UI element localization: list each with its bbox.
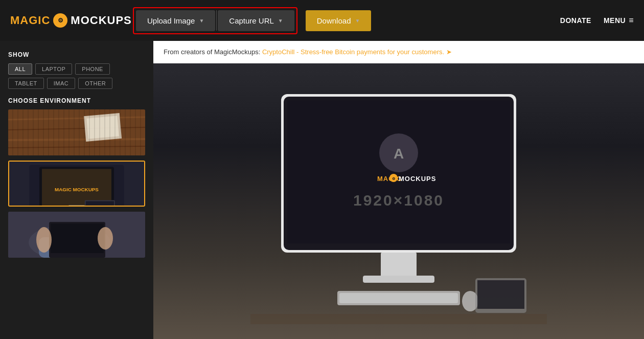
header-nav: DONATE MENU ≡ [560,16,634,25]
upload-image-label: Upload Image [147,16,195,25]
capture-chevron-icon: ▼ [278,18,283,24]
promo-bar: From creators of MagicMockups: CryptoChi… [153,41,644,63]
logo: MAGIC ⚙ MOCKUPS [10,13,133,28]
promo-arrow-icon: ➤ [446,48,452,56]
svg-rect-16 [86,201,114,206]
filter-laptop[interactable]: LAPTOP [35,63,72,75]
imac-mockup: A MAGIC ⚙ MOCKUPS 1920×1080 🍎 [250,79,547,324]
svg-point-23 [98,227,113,250]
env-section-title: CHOOSE ENVIRONMENT [8,97,145,104]
logo-icon: ⚙ [53,13,67,28]
env-imac-thumb[interactable]: MAGIC MOCKUPS [8,161,145,207]
imac-thumb-svg: MAGIC MOCKUPS [9,162,144,206]
filter-imac[interactable]: IMAC [47,78,76,89]
svg-rect-1 [8,109,145,155]
logo-magic-text: MAGIC [10,14,50,27]
env-laptop-thumb[interactable] [8,212,145,258]
promo-link[interactable]: CryptoChill - Stress-free Bitcoin paymen… [262,48,444,56]
download-label: Download [317,16,351,25]
filter-tablet[interactable]: TABLET [8,78,44,89]
imac-svg: A MAGIC ⚙ MOCKUPS 1920×1080 🍎 [250,79,547,324]
menu-button[interactable]: MENU ≡ [604,16,634,25]
capture-url-label: Capture URL [229,16,274,25]
filter-phone[interactable]: PHONE [75,63,110,75]
promo-text: From creators of MagicMockups: [164,48,260,56]
svg-text:MAGIC MOCKUPS: MAGIC MOCKUPS [55,187,99,192]
wood-texture-svg [8,109,145,155]
filter-all[interactable]: ALL [8,63,32,75]
svg-rect-6 [84,113,122,142]
download-button[interactable]: Download ▼ [306,10,372,31]
svg-text:A: A [394,146,404,162]
svg-line-2 [8,117,145,120]
capture-url-button[interactable]: Capture URL ▼ [218,10,294,31]
svg-rect-13 [68,205,85,206]
svg-line-4 [8,139,145,140]
svg-text:⚙: ⚙ [392,177,395,180]
svg-rect-37 [363,276,434,283]
svg-rect-42 [477,280,524,309]
env-wood-thumb[interactable] [8,109,145,155]
mockup-display: A MAGIC ⚙ MOCKUPS 1920×1080 🍎 [153,63,644,339]
action-buttons-group: Upload Image ▼ Capture URL ▼ [133,7,297,34]
svg-line-5 [8,146,145,148]
main-layout: SHOW ALL LAPTOP PHONE TABLET IMAC OTHER … [0,41,644,339]
svg-rect-7 [86,116,119,139]
laptop-thumb-svg [8,212,145,258]
svg-rect-39 [339,293,458,303]
header: MAGIC ⚙ MOCKUPS Upload Image ▼ Capture U… [0,0,644,41]
upload-chevron-icon: ▼ [199,18,204,24]
svg-line-3 [8,127,145,130]
logo-mockups-text: MOCKUPS [71,14,131,27]
show-section-title: SHOW [8,51,145,58]
donate-link[interactable]: DONATE [560,16,591,25]
sidebar: SHOW ALL LAPTOP PHONE TABLET IMAC OTHER … [0,41,153,339]
upload-image-button[interactable]: Upload Image ▼ [136,10,215,31]
svg-text:1920×1080: 1920×1080 [353,192,444,209]
content-area: From creators of MagicMockups: CryptoChi… [153,41,644,339]
svg-rect-21 [51,223,104,253]
filter-buttons-group: ALL LAPTOP PHONE TABLET IMAC OTHER [8,63,145,89]
button-divider [216,10,217,31]
svg-rect-0 [8,109,145,155]
menu-label: MENU [604,16,626,25]
svg-rect-36 [381,253,417,278]
env-thumbnails-list: MAGIC MOCKUPS [8,109,145,258]
download-chevron-icon: ▼ [355,18,360,24]
filter-other[interactable]: OTHER [78,78,112,89]
hamburger-icon: ≡ [629,16,634,25]
svg-rect-43 [250,314,547,324]
svg-point-22 [36,227,52,253]
svg-text:MOCKUPS: MOCKUPS [399,175,436,183]
